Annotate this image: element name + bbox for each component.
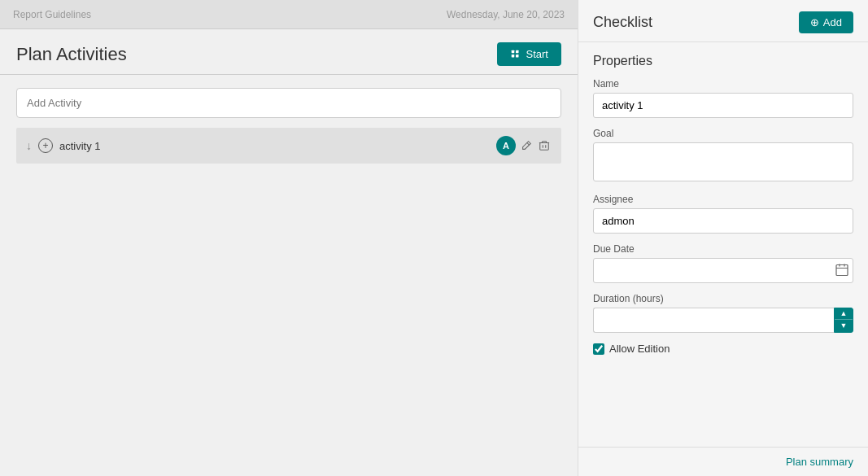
assignee-label: Assignee	[593, 194, 853, 205]
plan-activities-header: Plan Activities Start	[0, 29, 578, 75]
properties-title: Properties	[593, 54, 853, 68]
svg-rect-2	[516, 50, 519, 53]
due-date-input-wrapper	[593, 258, 853, 283]
pencil-icon	[521, 140, 532, 151]
activity-list: ↓ + activity 1 A	[16, 128, 561, 164]
svg-rect-1	[511, 55, 514, 58]
activity-row-left: ↓ + activity 1	[26, 138, 101, 153]
trash-icon	[539, 140, 550, 151]
svg-rect-4	[540, 143, 549, 151]
add-button[interactable]: ⊕ Add	[799, 11, 853, 33]
svg-rect-3	[516, 55, 519, 58]
allow-edition-checkbox[interactable]	[593, 343, 604, 355]
assignee-field-group: Assignee	[593, 194, 853, 234]
due-date-input[interactable]	[593, 258, 853, 283]
down-arrow-icon: ↓	[26, 139, 32, 152]
activity-name: activity 1	[59, 140, 101, 152]
activity-row-right: A	[496, 136, 552, 155]
duration-label: Duration (hours)	[593, 293, 853, 304]
avatar: A	[496, 136, 516, 155]
goal-input[interactable]	[593, 142, 853, 181]
add-circle-icon: ⊕	[810, 16, 819, 28]
spinner-down-button[interactable]: ▼	[835, 320, 853, 331]
plan-summary-footer: Plan summary	[578, 447, 868, 476]
checklist-title: Checklist	[593, 14, 652, 31]
top-bar-right-text: Wednesday, June 20, 2023	[447, 9, 565, 20]
circle-plus-icon: +	[38, 138, 53, 153]
checklist-header: Checklist ⊕ Add	[578, 0, 868, 42]
due-date-label: Due Date	[593, 243, 853, 255]
plan-summary-link[interactable]: Plan summary	[786, 456, 853, 468]
start-button-label: Start	[526, 48, 548, 60]
page-title: Plan Activities	[16, 44, 127, 65]
properties-section: Properties Name Goal Assignee Due Date	[578, 42, 868, 447]
activities-content: ↓ + activity 1 A	[0, 75, 578, 476]
duration-field-group: Duration (hours) ▲ ▼	[593, 293, 853, 333]
allow-edition-group: Allow Edition	[593, 343, 853, 355]
assignee-input[interactable]	[593, 208, 853, 234]
add-activity-input[interactable]	[16, 88, 561, 118]
goal-label: Goal	[593, 128, 853, 139]
calendar-icon[interactable]	[835, 263, 848, 278]
svg-rect-5	[836, 264, 848, 275]
goal-field-group: Goal	[593, 128, 853, 184]
table-row: ↓ + activity 1 A	[16, 128, 561, 164]
due-date-field-group: Due Date	[593, 243, 853, 283]
start-icon	[510, 49, 521, 60]
name-field-group: Name	[593, 78, 853, 118]
duration-input[interactable]	[593, 308, 834, 333]
right-panel: Checklist ⊕ Add Properties Name Goal Ass…	[578, 0, 868, 476]
add-button-label: Add	[823, 16, 842, 28]
duration-input-wrapper: ▲ ▼	[593, 308, 853, 333]
top-bar: Report Guidelines Wednesday, June 20, 20…	[0, 0, 578, 29]
start-button[interactable]: Start	[497, 42, 561, 66]
top-bar-left-text: Report Guidelines	[13, 9, 91, 20]
svg-rect-0	[511, 50, 514, 53]
spinner-buttons: ▲ ▼	[834, 308, 853, 333]
left-panel: Report Guidelines Wednesday, June 20, 20…	[0, 0, 578, 476]
delete-button[interactable]	[537, 138, 552, 153]
spinner-up-button[interactable]: ▲	[835, 308, 853, 320]
name-label: Name	[593, 78, 853, 90]
edit-button[interactable]	[519, 138, 534, 153]
name-input[interactable]	[593, 93, 853, 118]
allow-edition-label[interactable]: Allow Edition	[609, 343, 670, 355]
